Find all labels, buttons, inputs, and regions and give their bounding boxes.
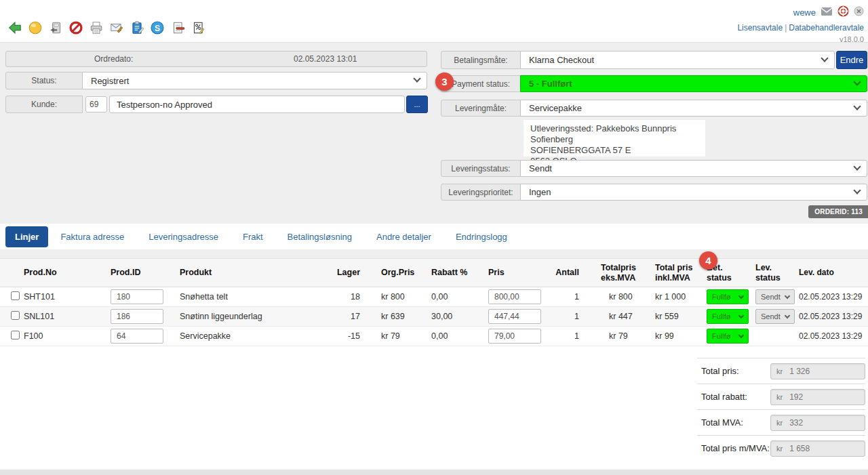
order-status-icon[interactable] [27, 20, 43, 36]
document-edit-icon[interactable] [190, 20, 206, 36]
kunde-id-input[interactable] [85, 96, 107, 112]
chevron-down-icon [785, 312, 790, 318]
lev-status-select[interactable]: Sendt [755, 289, 795, 304]
rabatt-cell: 30,00 [420, 307, 475, 327]
ordredato-label: Ordredato: [94, 54, 133, 64]
clipboard-edit-icon[interactable] [129, 20, 145, 36]
kunde-name-input[interactable] [109, 96, 405, 113]
databehandleravtale-link[interactable]: Databehandleravtale [789, 23, 864, 33]
lisensavtale-link[interactable]: Lisensavtale [737, 23, 783, 33]
tab-leveringsadresse[interactable]: Leveringsadresse [136, 226, 231, 247]
toolbar: S [7, 20, 206, 36]
prod-id-input[interactable] [111, 289, 163, 304]
orderid-badge: ORDERID: 113 [808, 205, 868, 218]
lev-dato-cell: 02.05.2023 13:29 [796, 307, 868, 327]
row-checkbox[interactable] [11, 291, 20, 300]
status-select[interactable]: Registrert [82, 72, 427, 89]
tab-frakt[interactable]: Frakt [231, 226, 275, 247]
leveringsstatus-select[interactable]: Sendt [520, 160, 867, 177]
select-value: Fullfø [712, 293, 731, 301]
chevron-down-icon [738, 312, 744, 318]
tabs: LinjerFaktura adresseLeveringsadresseFra… [0, 224, 868, 249]
delivery-address-block: Utleveringssted: Pakkeboks Bunnpris Sofi… [524, 120, 705, 157]
prod-id-input[interactable] [111, 329, 163, 344]
pris-input[interactable] [488, 329, 541, 344]
back-icon[interactable] [7, 20, 23, 36]
leveringsprioritet-value: Ingen [529, 187, 551, 197]
total-label: Total MVA: [697, 417, 743, 428]
tab-betalingsløsning[interactable]: Betalingsløsning [275, 226, 364, 247]
lager-cell: -15 [332, 327, 363, 346]
close-icon[interactable] [854, 6, 864, 19]
table-row: F100Servicepakke-15kr 790,001kr 79kr 99F… [0, 327, 868, 346]
bet-status-cell: Fullfø [700, 307, 749, 327]
account-area: wewe Lisensavtale|Databehandleravtale v1… [737, 5, 864, 43]
column-header: Rabatt % [420, 259, 475, 287]
tab-faktura-adresse[interactable]: Faktura adresse [48, 226, 136, 247]
block-icon[interactable] [68, 20, 84, 36]
row-checkbox-cell [0, 287, 20, 307]
tab-endringslogg[interactable]: Endringslogg [443, 226, 519, 247]
lev-dato-cell: 02.05.2023 13:29 [796, 287, 868, 307]
lager-cell: 18 [332, 287, 363, 307]
prod-no-cell: F100 [20, 327, 105, 346]
column-header: Prod.No [20, 259, 105, 287]
total-row: Total rabatt:kr192 [697, 384, 865, 409]
betalingsmate-select[interactable]: Klarna Checkout [520, 51, 835, 69]
tab-linjer[interactable]: Linjer [5, 226, 48, 247]
username-link[interactable]: wewe [793, 7, 816, 18]
chevron-down-icon [853, 102, 861, 110]
column-header: Totalpris eks.MVA [590, 259, 644, 287]
antall-cell: 1 [549, 307, 590, 327]
chevron-down-icon [853, 186, 861, 194]
leveringsprioritet-label: Leveringsprioritet: [441, 184, 521, 201]
order-header-section: Ordredato: 02.05.2023 13:01 Status: Regi… [0, 42, 868, 224]
row-checkbox[interactable] [11, 311, 20, 320]
address-line: Utleveringssted: Pakkeboks Bunnpris Sofi… [530, 123, 698, 145]
payment-status-select[interactable]: 5 - Fullført [520, 75, 867, 92]
select-value: Fullfø [712, 332, 731, 340]
endre-button[interactable]: Endre [836, 51, 867, 69]
total-value-box: kr332 [770, 415, 865, 431]
rabatt-cell: 0,00 [420, 327, 475, 346]
leveringsprioritet-select[interactable]: Ingen [520, 184, 867, 201]
produkt-cell: Snøtinn liggeunderlag [176, 307, 332, 327]
column-header [0, 259, 20, 287]
legal-links: Lisensavtale|Databehandleravtale [737, 23, 864, 33]
column-header: Lager [332, 259, 363, 287]
leveringmate-select[interactable]: Servicepakke [520, 100, 867, 117]
total-pris-inkl-mva-cell: kr 559 [644, 307, 700, 327]
bet-status-select[interactable]: Fullfø [707, 289, 749, 304]
totalpris-eks-mva-cell: kr 800 [590, 287, 644, 307]
bet-status-select[interactable]: Fullfø [707, 329, 749, 344]
print-icon[interactable] [88, 20, 104, 36]
help-lifebuoy-icon[interactable] [837, 5, 849, 20]
top-bar: S wewe Lisensavtale|Databehandleravtale … [0, 0, 868, 42]
pris-input[interactable] [488, 309, 541, 324]
prod-id-input[interactable] [111, 309, 163, 324]
payment-terminal-icon[interactable] [47, 20, 64, 36]
skype-icon[interactable]: S [149, 20, 165, 36]
leveringmate-value: Servicepakke [529, 103, 582, 113]
mail-icon[interactable] [821, 7, 833, 19]
tab-andre-detaljer[interactable]: Andre detaljer [364, 226, 443, 247]
document-delete-icon[interactable] [170, 20, 186, 36]
total-amount: 1 326 [789, 367, 810, 376]
row-checkbox-cell [0, 327, 20, 346]
prod-id-cell [105, 307, 176, 327]
currency-label: kr [776, 367, 783, 375]
leveringsstatus-value: Sendt [529, 163, 552, 173]
pris-input[interactable] [488, 289, 541, 304]
email-edit-icon[interactable] [108, 20, 125, 36]
column-header: Antall [549, 259, 590, 287]
lev-status-select[interactable]: Sendt [755, 309, 795, 324]
lev-status-cell: Sendt [749, 307, 796, 327]
pris-cell [475, 327, 549, 346]
total-pris-inkl-mva-cell: kr 1 000 [644, 287, 700, 307]
row-checkbox[interactable] [11, 331, 20, 339]
total-label: Total pris: [697, 366, 739, 376]
bet-status-select[interactable]: Fullfø [707, 309, 749, 324]
ordredato-value: 02.05.2023 13:01 [294, 54, 357, 64]
antall-cell: 1 [549, 327, 590, 346]
kunde-lookup-button[interactable]: ... [406, 96, 428, 113]
